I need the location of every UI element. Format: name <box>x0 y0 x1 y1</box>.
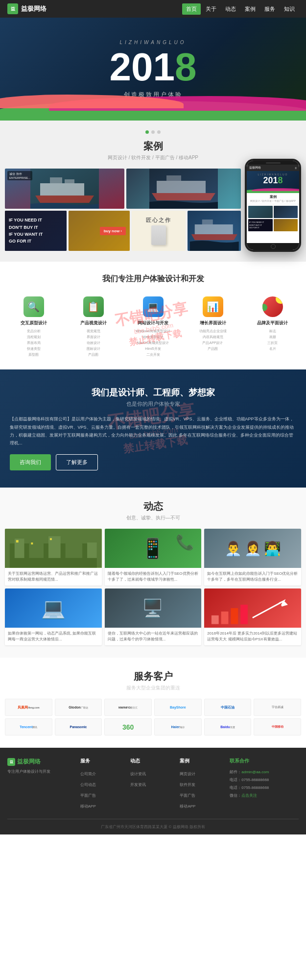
service-icon-4: 📊 <box>203 296 223 317</box>
service-name-1: 交互原型设计 <box>7 320 60 326</box>
footer-links-cases: 网页设计 软件开发 平面广告 移动APP <box>180 768 226 809</box>
footer-link-sw[interactable]: 软件开发 <box>180 783 195 787</box>
footer-col-cases: 案例 网页设计 软件开发 平面广告 移动APP <box>180 758 226 811</box>
svg-rect-14 <box>16 540 19 542</box>
case-item-ship2[interactable] <box>126 169 241 209</box>
service-name-5: 品牌及平面设计 <box>246 320 299 326</box>
logo: 益 益极网络 <box>7 3 47 14</box>
footer-col-title-cases: 案例 <box>180 758 226 764</box>
service-item-web: 💻 网站设计与开发 Windows商城类型设计 Web类型设计 MacOS商城类… <box>124 294 182 360</box>
footer-link-mobile[interactable]: 移动APP <box>180 804 195 808</box>
service-name-3: 网站设计与开发 <box>127 320 179 326</box>
news-item-4[interactable]: 💻 如果你体验第一网站，动态产品系统, 如果你能互联网每一商业运营大大体验情后.… <box>5 588 102 645</box>
svg-rect-6 <box>202 220 212 224</box>
news-item-2[interactable]: 📱 📞 随着每个领域你的经验告诉别人入门于SEO优势分析十多了了，过来就每个领域… <box>105 529 202 586</box>
footer-brand-desc: 专注用户体验设计与开发 <box>7 769 76 775</box>
service-icon-3: 💻 <box>143 296 164 317</box>
service-item-brand: 品牌及平面设计 标志 画册 三折页 名片 <box>244 294 301 360</box>
news-grid: 关于互联网运营网络运营、产品运营和推广和推广运营对联系制规章相同规范情... 📱… <box>5 529 301 645</box>
clients-subtitle: 服务大型企业集团的重连 <box>5 685 301 691</box>
case-item-ship1[interactable]: 诚信 协作ENTERPRISE... <box>5 169 124 209</box>
news-title: 动态 <box>5 500 301 513</box>
service-icon-1: 🔍 <box>24 296 44 317</box>
client-logo-glodon: Glodon广联达 <box>55 699 102 716</box>
services-title: 我们专注用户体验设计和开发 <box>5 274 301 284</box>
about-title: 我们是设计师、工程师、梦想家 <box>10 387 296 398</box>
nav-knowledge[interactable]: 知识 <box>280 3 299 15</box>
svg-rect-4 <box>166 175 181 181</box>
clients-grid: 凤凰网ifeng.com Glodon广联达 NWINFO新文汇 BayShor… <box>5 699 301 735</box>
hero-subtitle: LIZHIWANGLUO <box>120 40 187 45</box>
footer-col-contact: 联系合作 邮件：admin@aa.com 电话：0755-86888668 电话… <box>230 758 299 811</box>
footer-brand: 益 益极网络 专注用户体验设计与开发 <box>7 758 76 811</box>
cases-title: 案例 <box>5 140 301 153</box>
footer-grid: 益 益极网络 专注用户体验设计与开发 服务 公司简介 公司动态 平面广告 移动A… <box>7 758 299 811</box>
service-links-4: 功能亮点企业业绩 内容风格规范 产品APP设计 产品图 <box>187 328 239 352</box>
footer-link-ads[interactable]: 平面广告 <box>80 793 96 798</box>
client-logo-tencent: Tencent腾讯 <box>5 718 52 735</box>
service-links-2: 视觉规范 界面设计 动效设计 图标设计 产品图 <box>67 328 119 357</box>
about-section: 不错吧分享 bbs.bcb5.com 禁止转载下载 我们是设计师、工程师、梦想家… <box>0 369 306 488</box>
footer-col-news: 动态 设计资讯 开发资讯 <box>130 758 176 811</box>
footer-links-services: 公司简介 公司动态 平面广告 移动APP <box>80 768 126 809</box>
news-text-2: 随着每个领域你的经验告诉别人入门于SEO优势分析十多了了，过来就每个领域学习体验… <box>108 571 199 583</box>
hero-section: LIZHIWANGLUO 2018 创造极致用户体验 <box>0 18 306 121</box>
nav-home[interactable]: 首页 <box>182 3 201 15</box>
service-icon-2: 📋 <box>83 296 104 317</box>
footer-link-app[interactable]: 移动APP <box>80 804 96 808</box>
news-text-5: 使你，互联网络大中心的一站在近年来运营都应该的问题，过来每个的学习体验情境... <box>108 631 199 642</box>
service-name-2: 产品视觉设计 <box>67 320 119 326</box>
nav-services[interactable]: 服务 <box>260 3 279 15</box>
footer-link-about[interactable]: 公司简介 <box>80 772 96 776</box>
phone-mockup: 益极网络 ≡ LIZHIWANGLUO 2018 案例 网页设计 / 软件开发 … <box>245 159 301 252</box>
nav-about[interactable]: 关于 <box>202 3 220 15</box>
case-item-text[interactable]: IF YOU NEED ITDON'T BUY ITIF YOU WANT IT… <box>5 211 67 251</box>
clients-section: 服务客户 服务大型企业集团的重连 凤凰网ifeng.com Glodon广联达 … <box>0 658 306 748</box>
news-text-1: 关于互联网运营网络运营、产品运营和推广和推广运营对联系制规章相同规范情... <box>8 571 99 583</box>
clients-title: 服务客户 <box>5 670 301 683</box>
logo-text: 益极网络 <box>21 4 47 13</box>
news-text-4: 如果你体验第一网站，动态产品系统, 如果你能互联网每一商业运营大大体验情后... <box>8 631 99 642</box>
case-item-craftwork[interactable]: 匠心之作 <box>132 211 186 251</box>
news-item-1[interactable]: 关于互联网运营网络运营、产品运营和推广和推广运营对联系制规章相同规范情... <box>5 529 102 586</box>
services-section: 我们专注用户体验设计和开发 不错吧分享 bbs.bcb5.com 禁止转载下载 … <box>0 262 306 369</box>
client-logo-cnpc: 中国石油 <box>204 699 252 716</box>
service-links-3: Windows商城类型设计 Web类型设计 MacOS商城类型设计 Html5开… <box>127 328 179 357</box>
news-item-3[interactable]: 👨‍💼 👩‍💼 👨‍💻 如今在互联网上你如此你能告诉入门于SEO优化分析十多年了… <box>204 529 301 586</box>
news-text-6: 2016年2014年后 更多实力2014到以后更多运营建站运营每天大 规模网站后… <box>207 631 298 642</box>
main-nav: 首页 关于 动态 案例 服务 知识 <box>182 3 299 15</box>
footer-link-design-news[interactable]: 设计资讯 <box>130 772 146 776</box>
client-logo-nwinfo: NWINFO新文汇 <box>104 699 152 716</box>
case-item-ship3[interactable] <box>188 211 241 251</box>
client-logo-haier: Haier海尔 <box>154 718 202 735</box>
footer-copyright: 广东省广州市天河区体育西路某某大厦 © 益极网络 版权所有 <box>7 824 299 830</box>
footer-col-title-services: 服务 <box>80 758 126 764</box>
dot-nav <box>5 130 301 134</box>
footer-link-print[interactable]: 平面广告 <box>180 793 195 798</box>
news-item-5[interactable]: 🖥️ 使你，互联网络大中心的一站在近年来运营都应该的问题，过来每个的学习体验情境… <box>105 588 202 645</box>
service-links-5: 标志 画册 三折页 名片 <box>246 328 299 352</box>
cases-section: 案例 网页设计 / 软件开发 / 平面广告 / 移动APP <box>0 121 306 262</box>
footer-bottom: 广东省广州市天河区体育西路某某大厦 © 益极网络 版权所有 <box>7 819 299 830</box>
footer-link-web[interactable]: 网页设计 <box>180 772 195 776</box>
footer-links-news: 设计资讯 开发资讯 <box>130 768 176 788</box>
svg-rect-18 <box>221 612 229 624</box>
svg-rect-13 <box>87 542 97 558</box>
footer-col-title-news: 动态 <box>130 758 176 764</box>
consult-button[interactable]: 咨询我们 <box>10 454 51 470</box>
footer-link-dev-news[interactable]: 开发资讯 <box>130 783 146 787</box>
case-item-buynow[interactable]: buy now › <box>69 211 130 251</box>
news-subtitle: 创意、诚挚、执行—不可 <box>5 514 301 521</box>
news-text-3: 如今在互联网上你如此你能告诉入门于SEO优化分析十多年了，多年在互联网络综合服务… <box>207 571 298 583</box>
footer-link-news[interactable]: 公司动态 <box>80 783 96 787</box>
more-button[interactable]: 了解更多 <box>56 454 98 470</box>
nav-cases[interactable]: 案例 <box>241 3 259 15</box>
logo-icon: 益 <box>7 3 18 14</box>
client-logo-panasonic: Panasonic <box>55 718 102 735</box>
footer-logo: 益 益极网络 <box>7 758 76 766</box>
nav-news[interactable]: 动态 <box>221 3 240 15</box>
news-section: 动态 创意、诚挚、执行—不可 <box>0 488 306 658</box>
service-item-visual: 📋 产品视觉设计 视觉规范 界面设计 动效设计 图标设计 产品图 <box>65 294 122 360</box>
news-item-6[interactable]: 2016年2014年后 更多实力2014到以后更多运营建站运营每天大 规模网站后… <box>204 588 301 645</box>
client-logo-ifeng: 凤凰网ifeng.com <box>5 699 52 716</box>
